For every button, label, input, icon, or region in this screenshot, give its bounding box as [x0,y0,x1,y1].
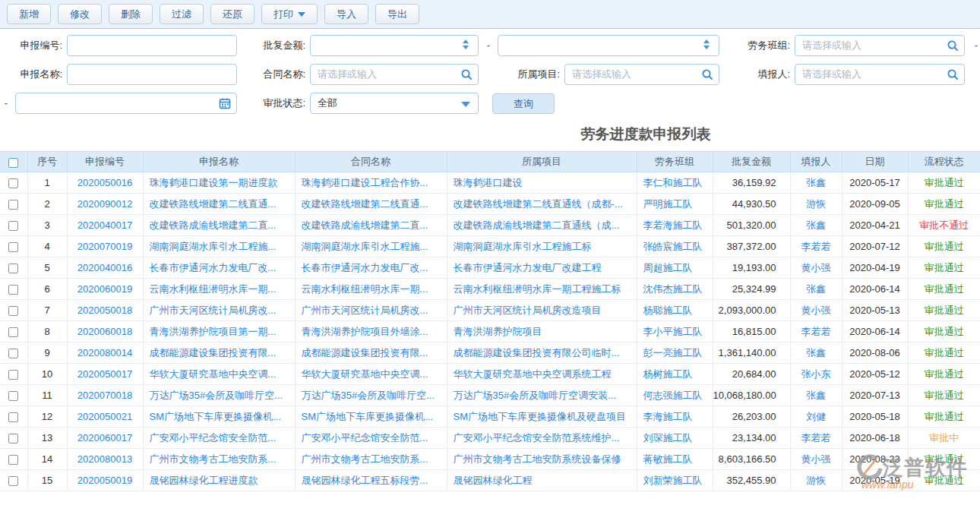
approval-status-select[interactable]: 全部 [310,93,479,114]
labor-team-cell-text[interactable]: 严明施工队 [643,198,693,210]
labor-team-cell-text[interactable]: 周超施工队 [643,262,693,273]
project-cell-text[interactable]: 云南水利枢纽潜明水库一期工程施工标 [454,283,621,295]
filler-cell-text[interactable]: 张小东 [801,368,831,380]
contract-name-input[interactable]: 请选择或输入 [310,64,479,85]
add-button[interactable]: 新增 [7,4,51,24]
contract-name-cell-text[interactable]: 广安邓小平纪念馆安全防范... [302,432,428,443]
filler-cell-text[interactable]: 黄小强 [801,305,831,316]
project-cell-text[interactable]: 珠海鹤港口建设 [454,177,523,188]
report-name-cell-text[interactable]: 成都能源建设集团投资有限... [150,347,277,358]
project-cell-text[interactable]: 晟铭园林绿化工程 [454,475,533,486]
report-name-cell-text[interactable]: 广安邓小平纪念馆安全防范... [150,432,277,443]
filler-cell-text[interactable]: 张鑫 [806,347,826,358]
filler-cell-text[interactable]: 刘健 [806,411,826,422]
report-name-cell-text[interactable]: 改建铁路成渝线增建第二直... [150,219,277,231]
report-name-cell-text[interactable]: 晟铭园林绿化工程进度款 [150,475,258,486]
project-cell-text[interactable]: 广州市文物考古工地安防系统设备保修 [454,453,621,465]
contract-name-cell-text[interactable]: 青海洪湖养护院项目外墙涂... [302,326,428,337]
report-no-cell-text[interactable]: 2020070019 [77,241,132,252]
filler-cell-text[interactable]: 游恢 [806,475,826,486]
project-cell-text[interactable]: 改建铁路成渝线增建第二直通线（成... [454,219,620,231]
row-checkbox[interactable] [8,242,18,252]
search-icon[interactable] [460,68,473,80]
report-name-cell-text[interactable]: 湖南洞庭湖水库引水工程施... [150,241,277,252]
row-checkbox[interactable] [8,178,18,188]
project-cell-text[interactable]: SM广场地下车库更换摄像机及硬盘项目 [454,411,627,422]
filler-cell-text[interactable]: 张鑫 [806,283,826,295]
labor-team-cell-text[interactable]: 彭一亮施工队 [643,347,703,358]
filler-cell-text[interactable]: 黄小强 [801,453,831,465]
labor-team-cell-text[interactable]: 杨树施工队 [643,368,693,380]
delete-button[interactable]: 删除 [109,4,153,24]
contract-name-cell-text[interactable]: 云南水利枢纽潜明水库一期... [302,283,428,295]
report-no-cell-text[interactable]: 2020050019 [77,475,132,486]
filler-cell-text[interactable]: 李若若 [801,326,831,337]
contract-name-cell-text[interactable]: 成都能源建设集团投资有限... [302,347,428,358]
amount-max-input[interactable] [498,35,719,56]
row-checkbox[interactable] [8,349,18,358]
row-checkbox[interactable] [8,221,18,231]
report-name-cell-text[interactable]: 万达广场35#会所及咖啡厅空... [150,390,283,401]
report-no-cell-text[interactable]: 2020050021 [77,411,132,422]
project-cell-text[interactable]: 万达广场35#会所及咖啡厅空调安装... [454,390,617,401]
labor-team-cell-text[interactable]: 杨聪施工队 [643,305,693,316]
project-cell-text[interactable]: 成都能源建设集团投资有限公司临时... [454,347,620,358]
labor-team-cell-text[interactable]: 蒋敏施工队 [643,453,693,465]
labor-team-cell-text[interactable]: 何志强施工队 [643,390,703,401]
report-no-cell-text[interactable]: 2020060019 [77,283,132,295]
project-cell-text[interactable]: 华软大厦研究基地中央空调系统工程 [454,368,612,380]
report-name-cell-text[interactable]: 广州市文物考古工地安防系... [150,453,277,465]
spinner-arrows-icon[interactable] [703,39,710,49]
report-no-cell-text[interactable]: 2020070018 [77,390,132,401]
labor-team-cell-text[interactable]: 李海施工队 [643,411,693,422]
report-no-cell-text[interactable]: 2020060017 [77,432,132,443]
project-cell-text[interactable]: 青海洪湖养护院项目 [454,326,542,337]
contract-name-cell-text[interactable]: 湖南洞庭湖水库引水工程施... [302,241,428,252]
row-checkbox[interactable] [8,412,18,422]
labor-team-cell-text[interactable]: 刘琛施工队 [643,432,693,443]
restore-button[interactable]: 还原 [210,4,254,24]
project-cell-text[interactable]: 湖南洞庭湖水库引水工程施工标 [454,241,592,252]
labor-team-cell-text[interactable]: 沈伟杰施工队 [643,283,703,295]
labor-team-cell-text[interactable]: 张皓宸施工队 [643,241,703,252]
report-no-cell-text[interactable]: 2020090012 [77,198,132,210]
date-input[interactable] [15,93,237,114]
report-name-cell-text[interactable]: 珠海鹤港口建设第一期进度款 [150,177,278,188]
labor-team-input[interactable]: 请选择或输入 [795,35,965,56]
labor-team-cell-text[interactable]: 李若海施工队 [643,219,703,231]
report-name-cell-text[interactable]: 青海洪湖养护院项目第一期... [150,326,277,337]
print-button[interactable]: 打印 [261,4,318,24]
spinner-arrows-icon[interactable] [463,39,469,49]
contract-name-cell-text[interactable]: 广州市文物考古工地安防系... [302,453,428,465]
amount-min-input[interactable] [310,35,479,56]
filler-cell-text[interactable]: 张鑫 [806,177,826,188]
report-no-cell-text[interactable]: 2020050018 [77,305,132,316]
row-checkbox[interactable] [8,285,18,295]
export-button[interactable]: 导出 [375,4,419,24]
report-no-cell-text[interactable]: 2020040016 [77,262,132,273]
project-cell-text[interactable]: 长春市伊通河水力发电厂改建工程 [454,262,602,273]
search-icon[interactable] [701,68,713,80]
filler-cell-text[interactable]: 黄小强 [801,262,831,273]
filler-cell-text[interactable]: 游恢 [806,198,826,210]
contract-name-cell-text[interactable]: 华软大厦研究基地中央空调... [302,368,428,380]
contract-name-cell-text[interactable]: 珠海鹤港口建设工程合作协... [302,177,428,188]
labor-team-cell-text[interactable]: 李小平施工队 [643,326,703,337]
row-checkbox[interactable] [8,391,18,401]
row-checkbox[interactable] [8,455,18,465]
row-checkbox[interactable] [8,327,18,337]
row-checkbox[interactable] [8,306,18,316]
labor-team-cell-text[interactable]: 刘新荣施工队 [643,475,703,486]
row-checkbox[interactable] [8,264,18,273]
search-icon[interactable] [947,68,959,80]
filler-cell-text[interactable]: 李若若 [801,432,831,443]
filler-input[interactable]: 请选择或输入 [795,64,965,85]
select-all-checkbox[interactable] [8,158,18,168]
contract-name-cell-text[interactable]: 改建铁路线增建第二线直通... [302,198,428,210]
report-no-input[interactable] [67,35,237,56]
project-cell-text[interactable]: 改建铁路线增建第二线直通线（成都-... [454,198,623,210]
report-name-cell-text[interactable]: 云南水利枢纽潜明水库一期... [150,283,277,295]
filler-cell-text[interactable]: 张鑫 [806,390,826,401]
modify-button[interactable]: 修改 [58,4,102,24]
filler-cell-text[interactable]: 张鑫 [806,219,826,231]
